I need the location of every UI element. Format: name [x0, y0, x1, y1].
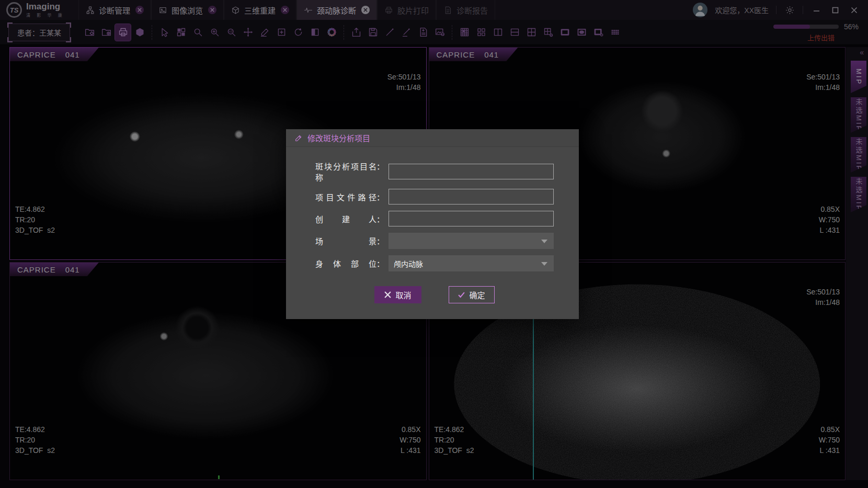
- chevron-down-icon: [541, 262, 547, 266]
- x-icon: [384, 291, 391, 298]
- field-label: 项目文件路径：: [315, 191, 384, 202]
- field-label: 创建人：: [315, 213, 384, 224]
- project-path-input[interactable]: [389, 189, 554, 205]
- edit-plaque-project-dialog: 修改斑块分析项目 斑块分析项目名称： 项目文件路径： 创建人： 场景： 身体部位…: [286, 129, 579, 319]
- cancel-button[interactable]: 取消: [374, 286, 421, 303]
- field-label: 场景：: [315, 235, 384, 246]
- check-icon: [458, 291, 465, 298]
- creator-input[interactable]: [389, 211, 554, 226]
- app-window: TS Imaging 清 影 华 康 诊断管理 图像浏览 三维重建: [0, 0, 868, 488]
- chevron-down-icon: [541, 240, 547, 243]
- confirm-button[interactable]: 确定: [449, 286, 495, 303]
- project-name-input[interactable]: [389, 164, 554, 179]
- dialog-title: 修改斑块分析项目: [307, 132, 370, 143]
- scene-select[interactable]: [389, 233, 554, 249]
- body-part-select[interactable]: 颅内动脉: [389, 255, 554, 271]
- field-label: 身体部位：: [315, 258, 384, 269]
- edit-pencil-icon: [294, 134, 303, 142]
- field-label: 斑块分析项目名称：: [315, 161, 384, 183]
- dialog-title-bar: 修改斑块分析项目: [286, 129, 579, 147]
